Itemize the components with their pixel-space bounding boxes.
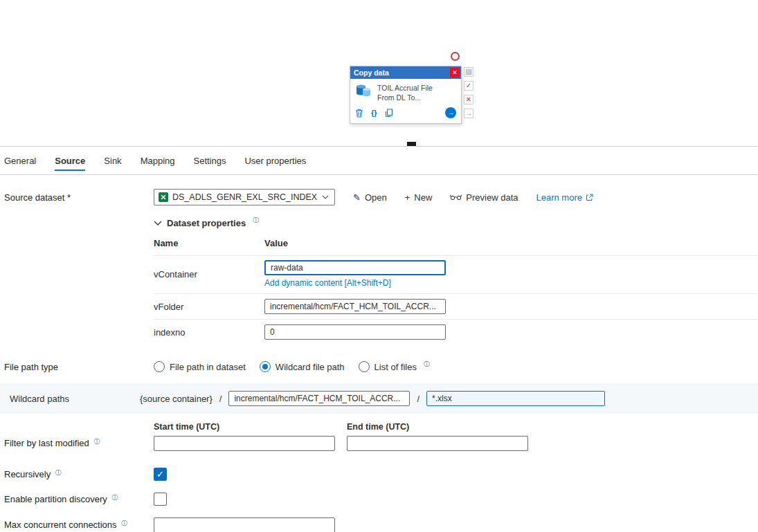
radio-file-path-in-dataset[interactable]: File path in dataset (154, 361, 246, 372)
on-failure-icon[interactable]: ✕ (464, 95, 473, 104)
radio-label: List of files (375, 362, 417, 372)
partition-discovery-label: Enable partition discovery ⓘ (4, 494, 154, 505)
info-icon: ⓘ (93, 437, 100, 446)
new-dataset-label: New (414, 192, 432, 203)
info-icon: ⓘ (111, 493, 118, 502)
table-row: vFolder (154, 294, 758, 320)
tab-mapping[interactable]: Mapping (141, 147, 175, 174)
param-value-cell: Add dynamic content [Alt+Shift+D] (264, 260, 758, 288)
max-connections-label: Max concurrent connections ⓘ (4, 520, 154, 531)
file-path-type-row: File path type File path in dataset Wild… (4, 361, 758, 372)
wildcard-folder-input[interactable] (228, 391, 410, 406)
clone-icon[interactable] (385, 109, 393, 118)
open-dataset-button[interactable]: ✎ Open (353, 192, 387, 203)
info-icon: ⓘ (253, 216, 259, 225)
recursively-text: Recursively (4, 469, 51, 479)
max-connections-text: Max concurrent connections (4, 520, 117, 530)
radio-icon (154, 361, 165, 372)
source-tab-panel: Source dataset * DS_ADLS_GENR_EXL_SRC_IN… (0, 175, 758, 532)
table-row: vContainer Add dynamic content [Alt+Shif… (154, 256, 758, 294)
on-success-icon[interactable]: ✓ (464, 81, 473, 91)
copy-data-activity-node[interactable]: Copy data ✕ TOIL Accrual File From DL To… (350, 66, 462, 124)
start-time-label: Start time (UTC) (154, 422, 347, 432)
recursively-checkbox[interactable]: ✓ (154, 468, 167, 481)
radio-label: File path in dataset (170, 362, 246, 372)
add-dynamic-content-link[interactable]: Add dynamic content [Alt+Shift+D] (264, 278, 758, 288)
learn-more-label: Learn more (536, 192, 581, 203)
on-skip-icon[interactable]: → (464, 109, 473, 118)
copy-data-icon (354, 84, 372, 99)
dataset-properties-toggle[interactable]: Dataset properties ⓘ (154, 218, 758, 228)
excel-dataset-icon (159, 192, 168, 202)
wildcard-container-text: {source container} (140, 394, 213, 404)
tab-source[interactable]: Source (55, 147, 85, 174)
preview-data-button[interactable]: Preview data (450, 192, 518, 203)
dataset-parameters-table: Name Value vContainer Add dynamic conten… (154, 234, 758, 345)
check-icon: ✓ (156, 469, 164, 479)
activity-body[interactable]: TOIL Accrual File From DL To... (350, 79, 461, 104)
activity-header-title: Copy data (354, 68, 450, 77)
activity-name-line1: TOIL Accrual File (377, 84, 433, 92)
param-name: vFolder (154, 302, 264, 312)
activity-header[interactable]: Copy data ✕ (350, 66, 461, 79)
code-braces-icon[interactable]: {} (371, 109, 377, 117)
column-header-value: Value (264, 238, 758, 248)
pencil-icon: ✎ (353, 192, 361, 203)
run-arrow-icon[interactable]: → (445, 107, 456, 118)
file-path-type-label: File path type (4, 362, 154, 372)
indexno-input[interactable] (264, 324, 446, 340)
start-time-input[interactable] (154, 436, 335, 451)
recursively-label: Recursively ⓘ (4, 469, 154, 480)
tab-sink[interactable]: Sink (104, 147, 121, 174)
param-name: vContainer (154, 269, 264, 279)
info-icon: ⓘ (424, 360, 430, 369)
param-value-cell (264, 324, 758, 340)
tab-user-properties[interactable]: User properties (244, 147, 306, 174)
properties-tab-bar: General Source Sink Mapping Settings Use… (0, 147, 758, 175)
end-time-input[interactable] (347, 436, 528, 451)
wildcard-file-input[interactable] (426, 391, 605, 406)
dataset-properties-title: Dataset properties (167, 218, 246, 228)
partition-discovery-checkbox[interactable] (154, 493, 167, 506)
glasses-icon (450, 194, 462, 201)
source-dataset-dropdown[interactable]: DS_ADLS_GENR_EXL_SRC_INDEX (154, 189, 335, 205)
radio-list-of-files[interactable]: List of files ⓘ (359, 361, 430, 372)
partition-discovery-text: Enable partition discovery (4, 494, 107, 504)
connector-placeholder-icon[interactable]: ▨ (464, 67, 473, 77)
time-labels-row: Start time (UTC) End time (UTC) (4, 422, 758, 432)
radio-selected-icon (260, 361, 271, 372)
info-icon: ⓘ (121, 519, 127, 528)
new-dataset-button[interactable]: + New (405, 192, 433, 203)
tab-settings[interactable]: Settings (194, 147, 226, 174)
param-name: indexno (154, 327, 264, 338)
radio-wildcard-file-path[interactable]: Wildcard file path (260, 361, 345, 372)
column-header-name: Name (154, 238, 264, 248)
source-dataset-value: DS_ADLS_GENR_EXL_SRC_INDEX (172, 192, 318, 202)
vcontainer-input[interactable] (264, 260, 446, 275)
radio-label: Wildcard file path (276, 362, 345, 372)
radio-icon (359, 361, 370, 372)
wildcard-paths-row: Wildcard paths {source container} / / (0, 383, 758, 414)
source-dataset-row: Source dataset * DS_ADLS_GENR_EXL_SRC_IN… (4, 189, 758, 205)
source-dataset-label: Source dataset * (4, 192, 154, 203)
chevron-down-icon (154, 221, 162, 226)
resize-handle[interactable] (407, 142, 416, 146)
external-link-icon (586, 194, 593, 201)
activity-toolbar: {} → (350, 104, 461, 123)
filter-last-modified-label: Filter by last modified ⓘ (4, 438, 154, 449)
preview-data-label: Preview data (466, 192, 518, 203)
tab-general[interactable]: General (4, 147, 36, 174)
pipeline-canvas[interactable]: Copy data ✕ TOIL Accrual File From DL To… (0, 0, 758, 147)
max-connections-input[interactable] (154, 517, 335, 532)
selection-handle-circle[interactable] (451, 52, 460, 61)
activity-connector-badges: ▨ ✓ ✕ → (464, 67, 473, 118)
activity-name-line2: From DL To... (377, 93, 421, 102)
filter-last-modified-row: Filter by last modified ⓘ (4, 436, 758, 451)
learn-more-link[interactable]: Learn more (536, 192, 593, 203)
delete-icon[interactable] (355, 109, 363, 118)
partition-discovery-row: Enable partition discovery ⓘ (4, 493, 758, 506)
end-time-label: End time (UTC) (347, 422, 540, 432)
close-icon[interactable]: ✕ (450, 68, 460, 77)
filter-last-modified-text: Filter by last modified (4, 438, 89, 448)
vfolder-input[interactable] (264, 299, 446, 314)
